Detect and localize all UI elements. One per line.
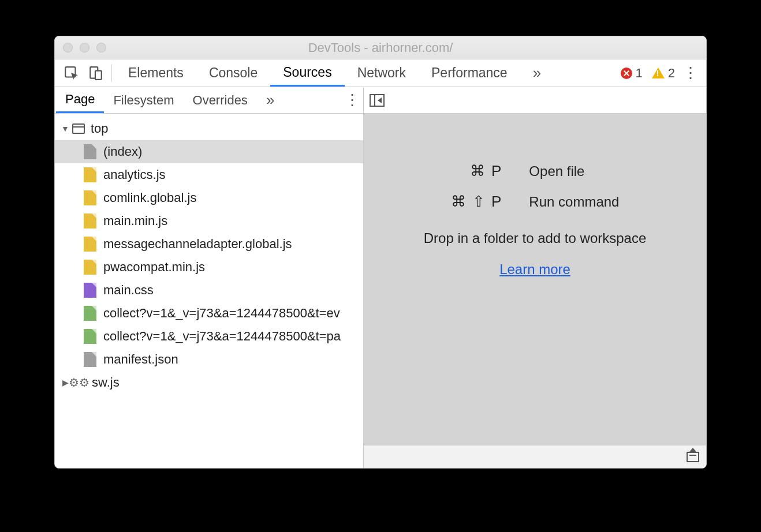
- console-status[interactable]: 1 2: [616, 59, 680, 87]
- tree-label: collect?v=1&_v=j73&a=1244478500&t=pa: [103, 329, 341, 344]
- tabs-overflow-button[interactable]: »: [520, 59, 554, 87]
- svg-rect-2: [95, 70, 102, 79]
- tab-label: Sources: [283, 65, 331, 80]
- editor-empty-state: ⌘ P Open file ⌘ ⇧ P Run command Drop in …: [364, 114, 706, 445]
- tree-label: messagechanneladapter.global.js: [103, 237, 292, 252]
- zoom-window-button[interactable]: [96, 43, 106, 53]
- tab-label: Elements: [128, 65, 184, 81]
- subtab-label: Overrides: [193, 93, 248, 108]
- tree-label: manifest.json: [103, 352, 178, 367]
- chevron-right-icon: »: [266, 91, 274, 109]
- tree-file[interactable]: manifest.json: [55, 348, 363, 371]
- inspect-element-icon[interactable]: [59, 59, 84, 87]
- error-count: 1: [636, 66, 643, 81]
- tree-service-worker[interactable]: ▶ ⚙︎⚙︎ sw.js: [55, 371, 363, 394]
- editor-footer: [364, 445, 706, 468]
- subtab-label: Page: [65, 92, 95, 107]
- tree-label: (index): [103, 144, 142, 159]
- document-icon: [84, 144, 96, 159]
- toolbar-divider: [111, 64, 112, 82]
- tab-elements[interactable]: Elements: [115, 59, 196, 87]
- xhr-icon: [84, 329, 96, 344]
- toggle-navigator-icon[interactable]: [370, 94, 385, 107]
- tree-file[interactable]: analytics.js: [55, 163, 363, 186]
- titlebar: DevTools - airhorner.com/: [55, 36, 706, 59]
- subtabs-overflow-button[interactable]: »: [257, 87, 283, 113]
- shortcut-keys: ⌘ ⇧ P: [451, 193, 503, 211]
- tree-label: pwacompat.min.js: [103, 260, 205, 275]
- tab-label: Performance: [431, 65, 508, 81]
- tree-file[interactable]: (index): [55, 140, 363, 163]
- tab-console[interactable]: Console: [196, 59, 270, 87]
- tab-network[interactable]: Network: [345, 59, 419, 87]
- devtools-window: DevTools - airhorner.com/ Elements Conso…: [54, 36, 707, 469]
- document-icon: [84, 352, 96, 367]
- subtab-filesystem[interactable]: Filesystem: [104, 87, 183, 113]
- error-icon: [621, 68, 632, 79]
- close-window-button[interactable]: [63, 43, 73, 53]
- toggle-drawer-icon[interactable]: [687, 452, 699, 462]
- tree-label: analytics.js: [103, 167, 166, 182]
- script-icon: [84, 260, 96, 275]
- tree-file[interactable]: comlink.global.js: [55, 186, 363, 209]
- window-controls: [63, 43, 106, 53]
- tree-label: comlink.global.js: [103, 190, 196, 205]
- warning-count: 2: [668, 66, 675, 81]
- tab-sources[interactable]: Sources: [270, 59, 344, 87]
- tree-file[interactable]: collect?v=1&_v=j73&a=1244478500&t=ev: [55, 302, 363, 325]
- tree-file[interactable]: main.css: [55, 279, 363, 302]
- tree-label: collect?v=1&_v=j73&a=1244478500&t=ev: [103, 306, 340, 321]
- tree-frame-top[interactable]: ▼ top: [55, 117, 363, 140]
- tree-file[interactable]: pwacompat.min.js: [55, 256, 363, 279]
- tab-label: Network: [357, 65, 406, 81]
- warning-icon: [652, 68, 665, 78]
- toggle-device-icon[interactable]: [84, 59, 108, 87]
- script-icon: [84, 237, 96, 252]
- tab-performance[interactable]: Performance: [419, 59, 520, 87]
- tree-file[interactable]: messagechanneladapter.global.js: [55, 233, 363, 256]
- tree-label: main.css: [103, 283, 154, 298]
- subtab-label: Filesystem: [113, 93, 174, 108]
- minimize-window-button[interactable]: [80, 43, 89, 53]
- shortcut-label: Run command: [529, 194, 619, 210]
- file-tree: ▼ top (index) analytics.js comlink.globa…: [55, 114, 363, 468]
- window-title: DevTools - airhorner.com/: [55, 40, 706, 55]
- tab-label: Console: [209, 65, 258, 81]
- navigator-menu-button[interactable]: ⋮: [341, 87, 363, 113]
- tree-file[interactable]: main.min.js: [55, 209, 363, 233]
- tree-label: top: [91, 121, 109, 136]
- editor-pane: ⌘ P Open file ⌘ ⇧ P Run command Drop in …: [364, 87, 706, 468]
- main-tab-bar: Elements Console Sources Network Perform…: [55, 59, 706, 87]
- chevron-right-icon: »: [533, 64, 541, 82]
- navigator-tab-bar: Page Filesystem Overrides » ⋮: [55, 87, 363, 114]
- tree-file[interactable]: collect?v=1&_v=j73&a=1244478500&t=pa: [55, 325, 363, 348]
- learn-more-link[interactable]: Learn more: [499, 261, 570, 278]
- shortcut-label: Open file: [529, 163, 619, 179]
- navigator-pane: Page Filesystem Overrides » ⋮ ▼ top (ind…: [55, 87, 364, 468]
- subtab-overrides[interactable]: Overrides: [184, 87, 257, 113]
- script-icon: [84, 167, 96, 182]
- stylesheet-icon: [84, 283, 96, 298]
- settings-menu-button[interactable]: ⋮: [680, 59, 702, 87]
- frame-icon: [72, 123, 85, 134]
- disclosure-triangle-icon[interactable]: ▼: [61, 124, 70, 133]
- editor-toolbar: [364, 87, 706, 114]
- script-icon: [84, 213, 96, 228]
- script-icon: [84, 190, 96, 205]
- tree-label: sw.js: [92, 375, 120, 390]
- subtab-page[interactable]: Page: [56, 87, 104, 113]
- service-worker-icon: ⚙︎⚙︎: [72, 376, 86, 389]
- xhr-icon: [84, 306, 96, 321]
- workspace-drop-hint: Drop in a folder to add to workspace: [424, 230, 647, 246]
- shortcut-keys: ⌘ P: [451, 162, 503, 180]
- sources-panel: Page Filesystem Overrides » ⋮ ▼ top (ind…: [55, 87, 706, 468]
- tree-label: main.min.js: [103, 213, 167, 228]
